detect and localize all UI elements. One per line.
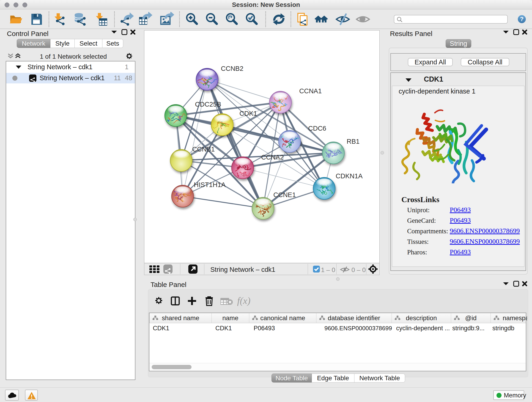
svg-text:CCNE1: CCNE1 bbox=[273, 191, 296, 198]
svg-text:CDC6: CDC6 bbox=[308, 125, 326, 132]
svg-text:CDK1: CDK1 bbox=[239, 110, 257, 117]
svg-text:HIST1H1A: HIST1H1A bbox=[194, 181, 226, 188]
svg-text:CCNA2: CCNA2 bbox=[261, 153, 284, 161]
svg-text:CCNA1: CCNA1 bbox=[299, 87, 322, 95]
svg-text:CDKN1A: CDKN1A bbox=[336, 172, 363, 180]
svg-text:CCNB1: CCNB1 bbox=[192, 146, 215, 153]
svg-text:CDC25B: CDC25B bbox=[195, 101, 221, 108]
svg-text:CCNB2: CCNB2 bbox=[221, 65, 243, 72]
svg-text:RB1: RB1 bbox=[347, 138, 360, 145]
